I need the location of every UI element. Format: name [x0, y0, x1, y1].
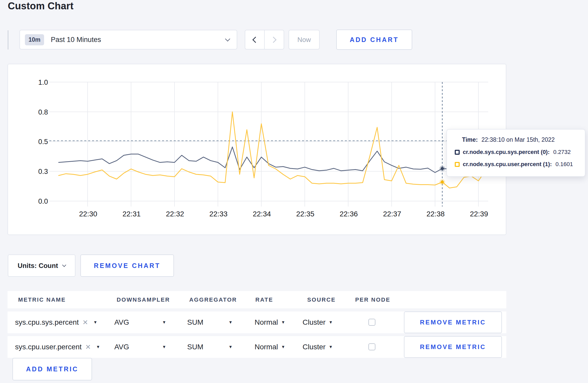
toolbar-left-divider — [8, 30, 8, 49]
time-range-dropdown[interactable]: 10m Past 10 Minutes — [19, 30, 237, 49]
aggregator-select[interactable]: SUM▼ — [187, 311, 233, 333]
caret-down-icon: ▼ — [228, 320, 233, 324]
x-tick-label: 22:30 — [71, 210, 105, 218]
custom-chart-page: Custom Chart 10m Past 10 Minutes Now ADD… — [0, 0, 588, 383]
chevron-down-icon — [62, 263, 66, 267]
x-tick-label: 22:34 — [245, 210, 279, 218]
caret-down-icon: ▼ — [228, 345, 233, 349]
prev-time-button[interactable] — [245, 30, 264, 49]
now-button[interactable]: Now — [289, 30, 320, 49]
metric-name-select[interactable]: sys.cpu.user.percent ✕ ▼ — [15, 336, 100, 358]
add-metric-button[interactable]: ADD METRIC — [12, 358, 92, 380]
col-aggregator: AGGREGATOR — [189, 296, 237, 303]
chart-plot-area[interactable] — [8, 64, 506, 235]
chevron-left-icon — [252, 37, 258, 43]
remove-chart-button[interactable]: REMOVE CHART — [80, 254, 174, 277]
time-range-label: Past 10 Minutes — [51, 36, 101, 44]
aggregator-value: SUM — [187, 343, 203, 351]
caret-down-icon: ▼ — [329, 345, 333, 349]
tooltip-sys-value: 0.2732 — [553, 149, 571, 155]
remove-metric-button[interactable]: REMOVE METRIC — [404, 336, 502, 358]
rate-value: Normal — [255, 318, 278, 327]
tooltip-series-row: cr.node.sys.cpu.sys.percent (0): 0.2732 — [455, 149, 577, 155]
page-title: Custom Chart — [8, 1, 74, 12]
x-tick-label: 22:36 — [332, 210, 366, 218]
source-value: Cluster — [303, 318, 326, 327]
caret-down-icon: ▼ — [329, 320, 333, 324]
per-node-checkbox[interactable] — [368, 319, 375, 326]
units-label: Units: Count — [18, 262, 58, 270]
chart-card: 1.00.80.50.30.0 22:3022:3122:3222:3322:3… — [8, 64, 506, 235]
col-metric-name: METRIC NAME — [18, 296, 66, 303]
caret-down-icon: ▼ — [281, 320, 285, 324]
caret-down-icon: ▼ — [162, 345, 166, 349]
y-tick-label: 0.0 — [25, 197, 48, 205]
hover-point-marker — [441, 167, 444, 170]
downsampler-select[interactable]: AVG▼ — [114, 311, 166, 333]
source-value: Cluster — [303, 343, 326, 351]
units-dropdown[interactable]: Units: Count — [8, 254, 75, 277]
source-select[interactable]: Cluster▼ — [303, 311, 333, 333]
chart-tooltip: Time: 22:38:10 on Mar 15th, 2022 cr.node… — [446, 129, 585, 177]
add-chart-button[interactable]: ADD CHART — [336, 30, 412, 50]
x-tick-label: 22:39 — [462, 210, 496, 218]
tooltip-user-label: cr.node.sys.cpu.user.percent (1): — [463, 161, 552, 168]
caret-down-icon: ▼ — [96, 345, 100, 349]
aggregator-select[interactable]: SUM▼ — [187, 336, 233, 358]
remove-metric-button[interactable]: REMOVE METRIC — [404, 311, 502, 333]
x-tick-label: 22:35 — [289, 210, 322, 218]
metric-name-value: sys.cpu.user.percent — [15, 343, 82, 351]
clear-metric-x-icon[interactable]: ✕ — [85, 343, 91, 351]
tooltip-user-value: 0.1601 — [556, 161, 573, 168]
x-tick-label: 22:33 — [202, 210, 235, 218]
col-rate: RATE — [255, 296, 273, 303]
sys-series-swatch-icon — [455, 150, 460, 155]
rate-value: Normal — [255, 343, 278, 351]
col-per-node: PER NODE — [355, 296, 390, 303]
y-tick-label: 0.3 — [25, 168, 48, 176]
chevron-right-icon — [270, 37, 276, 43]
caret-down-icon: ▼ — [281, 345, 285, 349]
source-select[interactable]: Cluster▼ — [303, 336, 333, 358]
aggregator-value: SUM — [187, 318, 203, 327]
clear-metric-x-icon[interactable]: ✕ — [82, 318, 88, 327]
tooltip-series-row: cr.node.sys.cpu.user.percent (1): 0.1601 — [455, 161, 577, 168]
tooltip-sys-label: cr.node.sys.cpu.sys.percent (0): — [463, 149, 550, 155]
x-tick-label: 22:38 — [419, 210, 452, 218]
metric-row: sys.cpu.sys.percent ✕ ▼ AVG▼ SUM▼ Normal… — [8, 311, 506, 333]
time-step-group — [245, 30, 284, 49]
rate-select[interactable]: Normal▼ — [255, 336, 285, 358]
metric-row: sys.cpu.user.percent ✕ ▼ AVG▼ SUM▼ Norma… — [8, 336, 506, 358]
tooltip-time-value: 22:38:10 on Mar 15th, 2022 — [481, 136, 555, 143]
downsampler-select[interactable]: AVG▼ — [114, 336, 166, 358]
series-line-1 — [59, 112, 486, 188]
metric-name-value: sys.cpu.sys.percent — [15, 318, 79, 327]
y-tick-label: 0.5 — [25, 138, 48, 146]
user-series-swatch-icon — [455, 162, 460, 167]
rate-select[interactable]: Normal▼ — [255, 311, 285, 333]
next-time-button[interactable] — [264, 30, 284, 49]
x-tick-label: 22:32 — [158, 210, 192, 218]
x-tick-label: 22:37 — [375, 210, 409, 218]
caret-down-icon: ▼ — [162, 320, 166, 324]
time-range-badge: 10m — [25, 34, 44, 45]
col-source: SOURCE — [307, 296, 336, 303]
per-node-checkbox[interactable] — [368, 343, 375, 350]
series-line-0 — [59, 147, 486, 173]
x-tick-label: 22:31 — [115, 210, 149, 218]
metrics-table-header: METRIC NAME DOWNSAMPLER AGGREGATOR RATE … — [8, 291, 506, 308]
tooltip-time-row: Time: 22:38:10 on Mar 15th, 2022 — [455, 136, 577, 143]
downsampler-value: AVG — [114, 318, 129, 327]
y-tick-label: 1.0 — [25, 79, 48, 87]
hover-point-marker — [441, 180, 444, 183]
col-downsampler: DOWNSAMPLER — [117, 296, 170, 303]
metric-name-select[interactable]: sys.cpu.sys.percent ✕ ▼ — [15, 311, 97, 333]
tooltip-time-label: Time: — [462, 136, 478, 143]
y-tick-label: 0.8 — [25, 108, 48, 116]
caret-down-icon: ▼ — [93, 320, 97, 324]
downsampler-value: AVG — [114, 343, 129, 351]
chevron-down-icon — [225, 36, 230, 41]
